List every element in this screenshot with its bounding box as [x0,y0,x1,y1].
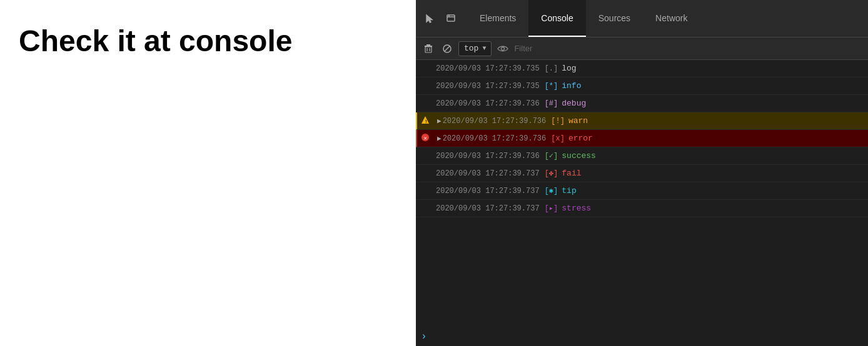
console-row: 2020/09/03 17:27:39.737[✤]fail [416,165,868,182]
svg-point-9 [502,47,505,50]
page-title: Check it at console [19,25,292,58]
log-timestamp: 2020/09/03 17:27:39.737 [436,204,540,213]
svg-text:!: ! [425,118,428,124]
tab-toolbar-icons [421,10,460,27]
console-output: 2020/09/03 17:27:39.735[.]log2020/09/03 … [416,60,868,327]
log-timestamp: 2020/09/03 17:27:39.736 [436,99,540,108]
console-row: 2020/09/03 17:27:39.735[.]log [416,60,868,77]
tab-bar: Elements Console Sources Network [416,0,868,37]
svg-rect-4 [425,47,431,52]
cursor-tool-button[interactable] [421,10,438,27]
log-tag: [!] [551,117,565,126]
log-timestamp: 2020/09/03 17:27:39.737 [436,187,540,195]
tab-network[interactable]: Network [643,0,700,37]
log-tag: [✱] [545,186,558,195]
log-timestamp: 2020/09/03 17:27:39.735 [436,82,540,91]
log-label: success [562,151,596,161]
log-tag: [x] [551,134,565,143]
prompt-chevron-icon: › [421,331,427,342]
log-label: info [562,81,581,91]
console-row: ✕▶2020/09/03 17:27:39.736[x]error [416,130,868,147]
expand-arrow-icon[interactable]: ▶ [437,134,442,142]
console-prompt[interactable]: › [416,327,868,346]
log-label: stress [562,204,591,213]
left-panel: Check it at console [0,0,416,346]
console-row: 2020/09/03 17:27:39.737[✱]tip [416,182,868,200]
context-selector[interactable]: top ▼ [458,41,492,56]
error-icon: ✕ [421,133,430,144]
svg-rect-0 [447,15,455,21]
log-tag: [#] [545,99,558,108]
log-timestamp: 2020/09/03 17:27:39.735 [436,64,540,73]
log-label: log [562,64,576,73]
stop-button[interactable] [440,41,455,56]
log-tag: [▸] [545,204,558,213]
tab-elements[interactable]: Elements [467,0,528,37]
log-tag: [✓] [545,151,558,161]
console-row: 2020/09/03 17:27:39.736[#]debug [416,95,868,112]
svg-line-8 [445,46,450,51]
tab-console[interactable]: Console [528,0,585,37]
warn-icon: ! [421,116,430,127]
eye-button[interactable] [495,41,510,56]
log-timestamp: 2020/09/03 17:27:39.736 [443,117,547,126]
log-label: tip [562,186,576,195]
log-timestamp: 2020/09/03 17:27:39.736 [436,152,540,161]
log-tag: [*] [545,82,558,91]
console-row: !▶2020/09/03 17:27:39.736[!]warn [416,112,868,130]
tab-sources[interactable]: Sources [586,0,643,37]
log-label: debug [562,99,586,108]
svg-text:✕: ✕ [424,135,427,141]
context-dropdown-arrow: ▼ [482,45,486,52]
log-tag: [.] [545,64,558,73]
inspect-element-button[interactable] [442,10,460,27]
console-row: 2020/09/03 17:27:39.737[▸]stress [416,200,868,217]
log-tag: [✤] [545,169,558,178]
tab-list: Elements Console Sources Network [467,0,863,37]
console-row: 2020/09/03 17:27:39.736[✓]success [416,147,868,165]
console-toolbar: top ▼ [416,37,868,60]
log-label: fail [562,169,581,178]
log-label: error [568,134,593,143]
filter-input[interactable] [514,44,863,53]
devtools-panel: Elements Console Sources Network [416,0,868,346]
expand-arrow-icon[interactable]: ▶ [437,117,442,125]
log-timestamp: 2020/09/03 17:27:39.737 [436,169,540,178]
log-timestamp: 2020/09/03 17:27:39.736 [443,134,547,143]
clear-console-button[interactable] [421,41,436,56]
console-row: 2020/09/03 17:27:39.735[*]info [416,77,868,95]
log-label: warn [568,116,588,126]
